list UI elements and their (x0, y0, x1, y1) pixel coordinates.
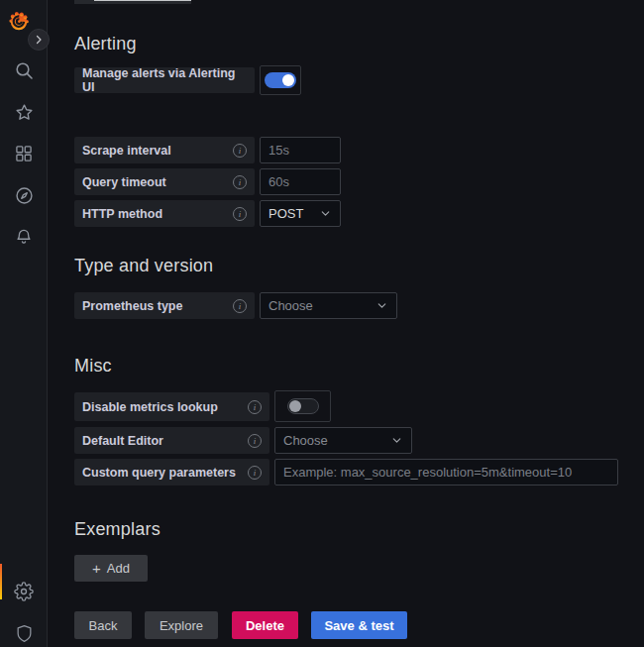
bell-icon (14, 227, 34, 247)
info-icon[interactable]: i (248, 466, 262, 480)
query-timeout-field (260, 168, 341, 195)
info-icon[interactable]: i (248, 400, 262, 414)
info-icon[interactable]: i (248, 434, 262, 448)
info-icon[interactable]: i (233, 144, 247, 158)
star-icon (14, 102, 35, 123)
plus-icon: + (92, 561, 101, 576)
sidebar-item-alerting[interactable] (0, 217, 48, 257)
clipped-element-top (74, 0, 191, 4)
scrape-interval-field (260, 137, 341, 163)
delete-button[interactable]: Delete (232, 611, 298, 639)
back-button[interactable]: Back (74, 611, 132, 639)
section-title-misc: Misc (74, 356, 112, 377)
settings-form: Alerting Manage alerts via Alerting UI S… (49, 0, 644, 647)
explore-button[interactable]: Explore (145, 611, 218, 639)
add-exemplar-button[interactable]: + Add (74, 555, 148, 582)
apps-grid-icon (14, 144, 34, 163)
query-timeout-input[interactable] (268, 174, 332, 189)
prometheus-type-select[interactable]: Choose (260, 292, 397, 319)
disable-metrics-lookup-label: Disable metrics lookupi (74, 392, 269, 421)
shield-icon (15, 624, 34, 643)
section-title-type-version: Type and version (74, 256, 213, 276)
sidebar-item-dashboards[interactable] (0, 134, 48, 173)
toggle-on-pill (265, 72, 296, 88)
default-editor-label: Default Editori (74, 427, 269, 454)
sidebar-item-starred[interactable] (0, 92, 48, 132)
sidebar-item-explore[interactable] (0, 175, 48, 215)
scrape-interval-label: Scrape intervali (74, 137, 255, 163)
info-icon[interactable]: i (233, 299, 247, 313)
grafana-datasource-settings: Alerting Manage alerts via Alerting UI S… (0, 0, 644, 647)
custom-query-parameters-field (274, 459, 618, 485)
http-method-select[interactable]: POST (260, 200, 341, 227)
grafana-logo-icon[interactable] (6, 8, 32, 34)
info-icon[interactable]: i (233, 175, 247, 189)
default-editor-select[interactable]: Choose (274, 427, 412, 454)
sidebar (0, 0, 48, 647)
chevron-right-icon (33, 34, 45, 46)
custom-query-parameters-label: Custom query parametersi (74, 459, 269, 485)
custom-query-parameters-input[interactable] (283, 465, 609, 480)
section-title-alerting: Alerting (74, 34, 137, 54)
search-icon (14, 60, 34, 80)
manage-alerts-label: Manage alerts via Alerting UI (74, 67, 255, 93)
chevron-down-icon (376, 299, 388, 312)
chevron-down-icon (319, 207, 332, 220)
sidebar-expand-button[interactable] (28, 29, 50, 51)
chevron-down-icon (390, 434, 403, 447)
sidebar-item-admin[interactable] (0, 613, 48, 647)
disable-metrics-lookup-toggle[interactable] (274, 390, 331, 422)
scrape-interval-input[interactable] (268, 143, 332, 158)
save-and-test-button[interactable]: Save & test (311, 611, 407, 639)
compass-icon (14, 185, 35, 206)
section-title-exemplars: Exemplars (74, 519, 161, 540)
prometheus-type-label: Prometheus typei (74, 292, 255, 319)
gear-icon (14, 582, 34, 601)
manage-alerts-toggle[interactable] (260, 65, 301, 95)
sidebar-item-configuration[interactable] (0, 572, 48, 611)
add-button-label: Add (107, 561, 130, 576)
toggle-off-pill (287, 398, 319, 414)
query-timeout-label: Query timeouti (74, 168, 255, 195)
http-method-label: HTTP methodi (74, 200, 255, 227)
sidebar-item-search[interactable] (0, 51, 48, 90)
info-icon[interactable]: i (233, 207, 247, 221)
